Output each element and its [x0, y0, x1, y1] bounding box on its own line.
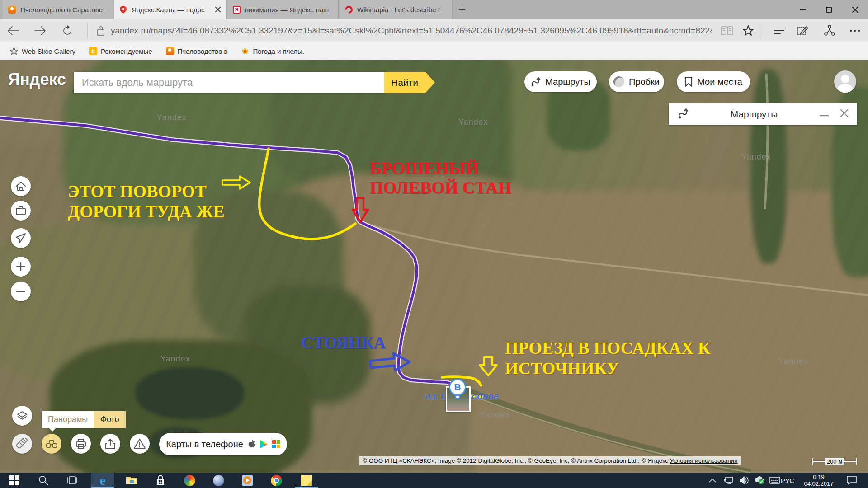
bookmark-beekeeping[interactable]: Пчеловодство в [161, 42, 232, 60]
web-note-icon[interactable] [793, 19, 813, 42]
url-field[interactable]: yandex.ru/maps/?ll=46.087332%2C51.332197… [111, 19, 712, 42]
favorites-star-icon[interactable] [738, 19, 759, 42]
tray-language[interactable]: РУС [781, 473, 794, 488]
apple-icon [248, 440, 256, 449]
zoom-out-button[interactable] [11, 282, 31, 301]
tray-chevron-icon[interactable] [703, 473, 722, 488]
annotation-parking: СТОЯНКА [301, 333, 386, 352]
print-button[interactable] [71, 434, 91, 454]
routes-panel-icon [678, 108, 689, 121]
bookmark-web-slice[interactable]: Web Slice Gallery [5, 42, 80, 60]
tray-time: 0:19 [799, 474, 838, 480]
scale-bar [844, 461, 856, 462]
geolocation-button[interactable] [11, 228, 31, 248]
star-icon [10, 47, 18, 55]
traffic-button[interactable]: Пробки [609, 71, 664, 92]
annotation-abandoned-camp: БРОШЕНЫЙ ПОЛЕВОЙ СТАН [370, 159, 511, 197]
my-places-button[interactable]: Мои места [677, 71, 750, 92]
panoramas-button[interactable] [42, 434, 61, 454]
routes-button-label: Маршруты [545, 77, 590, 87]
tray-date: 04.02.2017 [799, 480, 838, 487]
google-play-icon [260, 440, 268, 448]
taskbar-explorer-icon[interactable] [121, 473, 142, 488]
refresh-icon[interactable] [57, 19, 78, 42]
tab-title: Wikimapia - Let's describe t [357, 6, 440, 14]
task-view-icon[interactable] [61, 473, 83, 488]
taskbar-app-ball-icon[interactable] [179, 473, 200, 488]
find-button[interactable]: Найти [384, 72, 435, 93]
scale-tick [856, 458, 857, 465]
bookmarks-bar: Web Slice Gallery b Рекомендуемые Пчелов… [0, 42, 868, 60]
minimize-button[interactable] [789, 0, 816, 19]
tab-wikimapia-en[interactable]: Wikimapia - Let's describe t [340, 0, 453, 19]
yandex-logo[interactable]: Яндекс [8, 70, 66, 89]
taskbar-sticky-notes-icon[interactable] [295, 473, 318, 488]
traffic-button-label: Пробки [629, 77, 660, 87]
back-icon[interactable] [3, 19, 24, 42]
more-options-icon[interactable] [844, 19, 865, 42]
annotation-line: ЭТОТ ПОВОРОТ [68, 181, 225, 202]
taskbar-chrome-icon[interactable] [265, 473, 287, 488]
panoramas-tab[interactable]: Панорамы [42, 411, 94, 428]
annotation-road-turn: ЭТОТ ПОВОРОТ ДОРОГИ ТУДА ЖЕ [68, 181, 225, 222]
tab-title: викимапия — Яндекс: наш [245, 6, 329, 14]
reading-view-icon[interactable] [717, 19, 737, 42]
mobile-apps-button[interactable]: Карты в телефоне [159, 433, 287, 455]
window-controls [789, 0, 868, 19]
start-button[interactable] [4, 473, 25, 488]
divider [87, 23, 88, 38]
windows-store-icon [272, 440, 280, 448]
tab-beekeeping[interactable]: Пчеловодство в Саратове [3, 0, 113, 19]
hub-icon[interactable] [769, 19, 790, 42]
new-tab-button[interactable] [456, 4, 468, 16]
layers-button[interactable] [12, 406, 32, 426]
close-tab-icon[interactable] [215, 6, 221, 14]
minimize-panel-icon[interactable] [820, 110, 829, 118]
photo-tab[interactable]: Фото [94, 411, 125, 428]
taskbar-search-icon[interactable] [33, 473, 54, 488]
taskbar-store-icon[interactable] [150, 473, 171, 488]
ruler-button[interactable] [12, 434, 32, 454]
work-button[interactable] [11, 201, 31, 221]
annotation-line: ДОРОГИ ТУДА ЖЕ [68, 202, 225, 222]
taskbar-edge-icon[interactable]: e [91, 473, 114, 488]
tab-wikimapia-ru[interactable]: Я викимапия — Яндекс: наш [227, 0, 339, 19]
share-icon[interactable] [819, 19, 840, 42]
blue-arrow-right [370, 353, 410, 371]
tray-clock[interactable]: 0:19 04.02.2017 [799, 474, 838, 487]
flower-icon: ✿ [241, 47, 249, 55]
forward-icon[interactable] [30, 19, 51, 42]
maximize-button[interactable] [816, 0, 842, 19]
annotation-line: ИСТОЧНИКУ [505, 358, 710, 379]
routes-button[interactable]: Маршруты [524, 71, 597, 92]
home-button[interactable] [11, 176, 31, 196]
search-box [74, 72, 384, 93]
map-canvas[interactable]: Yandex Yandex Yandex Yandex Yandex Yande… [0, 60, 868, 473]
annotation-line: БРОШЕНЫЙ [370, 159, 511, 178]
taskbar-media-player-icon[interactable] [236, 473, 258, 488]
zoom-in-button[interactable] [11, 257, 31, 277]
wikimapia-favicon-icon [343, 4, 354, 15]
lock-icon [90, 19, 111, 42]
tab-title: Яндекс.Карты — подрс [132, 6, 204, 14]
share-map-button[interactable] [100, 434, 120, 454]
bookmark-label: Рекомендуемые [101, 47, 152, 55]
action-center-icon[interactable] [842, 473, 862, 488]
terms-link[interactable]: Условия использования [670, 457, 738, 464]
close-panel-icon[interactable] [840, 109, 848, 119]
user-avatar[interactable] [834, 70, 856, 93]
report-error-button[interactable] [130, 434, 150, 454]
bookmark-weather-bees[interactable]: ✿ Погода и пчелы. [236, 42, 309, 60]
site-favicon-icon [166, 47, 174, 55]
mobile-apps-label: Карты в телефоне [166, 439, 243, 450]
search-input[interactable] [74, 72, 384, 93]
route-endpoint-marker[interactable]: В [449, 379, 467, 402]
tab-yandex-maps[interactable]: Яндекс.Карты — подрс [114, 0, 226, 19]
close-window-button[interactable] [842, 0, 868, 19]
taskbar-app-sphere-icon[interactable] [208, 473, 229, 488]
bookmark-recommended[interactable]: b Рекомендуемые [85, 42, 157, 60]
divider [760, 23, 760, 38]
my-places-label: Мои места [697, 77, 742, 87]
yandex-favicon-icon: Я [233, 6, 241, 14]
yellow-road-hook [259, 149, 355, 239]
